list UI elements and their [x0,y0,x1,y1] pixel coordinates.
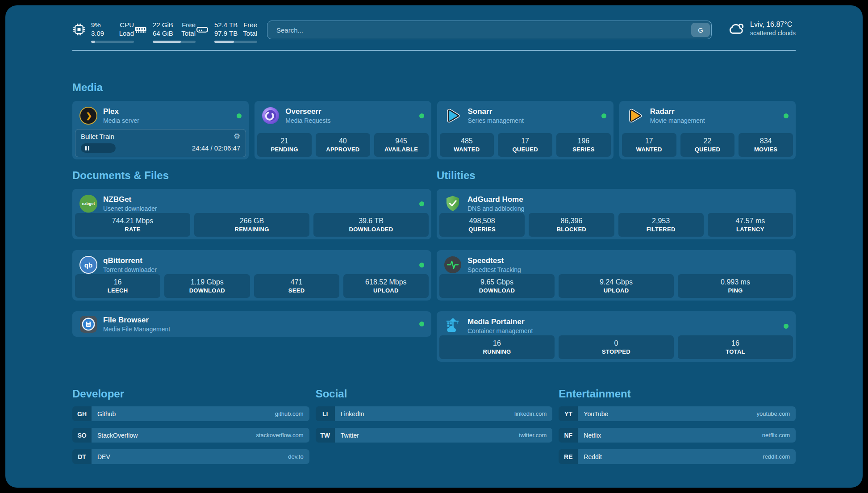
tile-label: AVAILABLE [374,146,429,153]
stream-settings-button[interactable]: ⚙ [234,133,240,140]
system-stats: 9%3.09CPULoad22 GiB64 GiBFreeTotal52.4 T… [72,21,257,43]
tile-value: 21 [257,136,312,146]
bookmark-github[interactable]: GHGithubgithub.com [72,406,309,421]
stat-value: 3.09 [91,29,104,38]
bookmark-youtube[interactable]: YTYouTubeyoutube.com [559,406,796,421]
speedtest-icon [444,256,462,274]
usage-bar [91,41,134,43]
app-card-qbittorrent[interactable]: qbqBittorrentTorrent downloader16LEECH1.… [72,250,431,301]
tile-value: 196 [556,136,611,146]
bookmark-domain: youtube.com [757,410,790,417]
pause-icon [85,146,87,150]
stat-tile-upload: 618.52 MbpsUPLOAD [343,274,429,298]
bookmark-name: Github [97,410,116,418]
tile-label: LEECH [75,287,160,294]
tile-value: 618.52 Mbps [343,277,429,287]
status-dot-online [237,113,242,118]
bookmark-linkedin[interactable]: LILinkedInlinkedin.com [316,406,553,421]
stat-tile-latency: 47.57 msLATENCY [708,213,793,237]
stat-tile-remaining: 266 GBREMAINING [194,213,309,237]
weather-location-temp: Lviv, 16.87°C [750,20,796,29]
search-provider-button[interactable]: G [691,23,710,37]
app-name: qBittorrent [103,256,157,266]
bookmark-domain: dev.to [288,453,303,460]
stat-value: 64 GiB [153,29,173,38]
tile-value: 16 [678,338,793,348]
status-dot-online [601,113,606,118]
app-card-plex[interactable]: ❯PlexMedia serverBullet Train⚙24:44 / 02… [72,101,249,159]
app-card-sonarr[interactable]: SonarrSeries management485WANTED17QUEUED… [437,101,613,159]
app-card-adguard-home[interactable]: AdGuard HomeDNS and adblocking498,508QUE… [437,189,796,239]
bookmark-netflix[interactable]: NFNetflixnetflix.com [559,428,796,443]
tile-label: WANTED [622,146,676,153]
tile-value: 0.993 ms [678,277,793,287]
tile-value: 16 [439,338,555,348]
utilities-card-stack: AdGuard HomeDNS and adblocking498,508QUE… [437,189,796,362]
section-title-media: Media [72,81,796,94]
filebrowser-icon [79,315,97,333]
app-subtitle: Usenet downloader [103,205,157,213]
pause-button[interactable] [81,143,116,153]
bookmark-section-entertainment: EntertainmentYTYouTubeyoutube.comNFNetfl… [559,388,796,464]
stat-label: Load [119,29,134,38]
tile-label: PING [678,287,793,294]
stat-tile-queued: 22QUEUED [680,133,735,157]
bookmark-name: StackOverflow [97,432,138,439]
stat-tile-series: 196SERIES [556,133,611,157]
weather-condition: scattered clouds [750,29,796,38]
usage-bar [214,41,257,43]
app-card-nzbget[interactable]: nzbgetNZBGetUsenet downloader744.21 Mbps… [72,189,431,239]
documents-card-stack: nzbgetNZBGetUsenet downloader744.21 Mbps… [72,189,431,337]
gear-icon: ⚙ [234,132,240,141]
search-bar[interactable]: G [267,21,712,39]
app-card-overseerr[interactable]: OverseerrMedia Requests21PENDING40APPROV… [255,101,431,159]
status-dot-online [419,113,424,118]
app-subtitle: Movie management [650,117,705,125]
section-title-documents: Documents & Files [72,169,431,182]
app-name: Radarr [650,107,705,117]
app-card-radarr[interactable]: RadarrMovie management17WANTED22QUEUED83… [619,101,796,159]
tile-label: QUEUED [680,146,735,153]
tile-value: 40 [316,136,370,146]
app-card-media-portainer[interactable]: Media PortainerContainer management16RUN… [437,311,796,362]
tile-value: 485 [440,136,494,146]
status-dot-online [419,322,424,326]
stat-value: 52.4 TB [214,21,238,29]
bookmark-reddit[interactable]: RERedditreddit.com [559,449,796,464]
sonarr-icon [444,107,462,125]
stat-value: 22 GiB [153,21,173,29]
bookmark-abbr: SO [72,428,92,443]
tile-label: QUERIES [439,226,525,233]
tile-value: 945 [374,136,429,146]
stat-label: Total [243,29,257,38]
app-subtitle: Torrent downloader [103,266,157,274]
tile-label: QUEUED [498,146,552,153]
stat-tile-download: 1.19 GbpsDOWNLOAD [164,274,250,298]
tile-value: 17 [622,136,676,146]
status-dot-online [784,113,789,118]
bookmark-dev[interactable]: DTDEVdev.to [72,449,309,464]
documents-column: Documents & Files nzbgetNZBGetUsenet dow… [72,159,431,362]
bookmark-twitter[interactable]: TWTwittertwitter.com [316,428,553,443]
app-card-speedtest[interactable]: SpeedtestSpeedtest Tracking9.65 GbpsDOWN… [437,250,796,301]
now-playing-widget: Bullet Train⚙24:44 / 02:06:47 [75,129,246,157]
tile-label: PENDING [257,146,312,153]
bookmark-abbr: YT [559,406,578,421]
cloud-icon [728,20,745,37]
tile-label: TOTAL [678,348,793,355]
tile-label: SERIES [556,146,611,153]
tile-value: 9.65 Gbps [439,277,555,287]
stat-value: 97.9 TB [214,29,238,38]
disk-icon [196,23,209,36]
bookmark-domain: stackoverflow.com [256,432,303,439]
stat-label: Free [181,21,196,29]
stat-label: Total [181,29,196,38]
stat-tile-stopped: 0STOPPED [559,335,674,359]
bookmark-name: Reddit [584,453,601,460]
bookmark-domain: twitter.com [519,432,547,439]
status-dot-online [784,324,789,329]
bookmark-stackoverflow[interactable]: SOStackOverflowstackoverflow.com [72,428,309,443]
search-input[interactable] [275,26,691,34]
app-card-file-browser[interactable]: File BrowserMedia File Management [72,311,431,337]
section-title-entertainment: Entertainment [559,388,796,400]
